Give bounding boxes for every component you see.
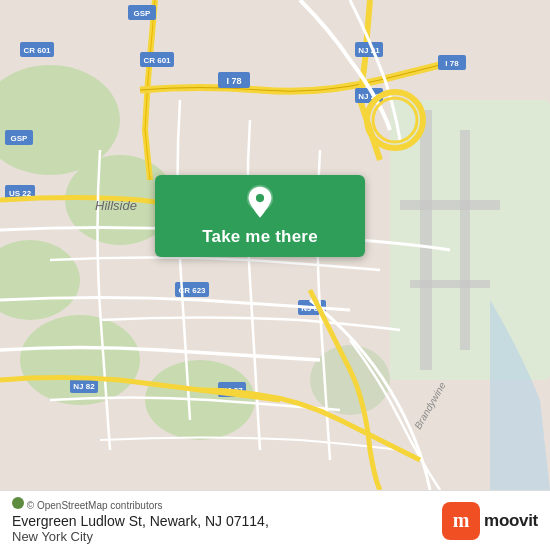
svg-text:NJ 21: NJ 21 (358, 46, 380, 55)
map-pin-icon (242, 185, 278, 221)
osm-attribution-text: © OpenStreetMap contributors (27, 500, 163, 511)
bottom-bar: © OpenStreetMap contributors Evergreen L… (0, 490, 550, 550)
svg-text:GSP: GSP (134, 9, 152, 18)
svg-text:I 78: I 78 (226, 76, 241, 86)
svg-point-44 (256, 194, 264, 202)
svg-rect-11 (410, 280, 490, 288)
address-street: Evergreen Ludlow St, Newark, NJ 07114, (12, 513, 442, 529)
take-me-there-button[interactable]: Take me there (155, 175, 365, 257)
svg-text:GSP: GSP (11, 134, 29, 143)
take-me-there-label: Take me there (202, 227, 318, 247)
moovit-brand-text: moovit (484, 511, 538, 531)
svg-rect-10 (400, 200, 500, 210)
osm-attribution: © OpenStreetMap contributors (12, 497, 442, 511)
svg-text:CR 601: CR 601 (143, 56, 171, 65)
map-container: I 78 NJ 21 NJ 21 CR 601 CR 601 GSP GSP U… (0, 0, 550, 490)
moovit-m-letter: m (453, 509, 470, 532)
svg-text:CR 601: CR 601 (23, 46, 51, 55)
svg-text:NJ 82: NJ 82 (73, 382, 95, 391)
svg-text:I 78: I 78 (445, 59, 459, 68)
moovit-icon: m (442, 502, 480, 540)
osm-circle-icon (12, 497, 24, 509)
address-area: © OpenStreetMap contributors Evergreen L… (12, 497, 442, 544)
svg-rect-9 (460, 130, 470, 350)
svg-text:Hillside: Hillside (95, 198, 137, 213)
address-city: New York City (12, 529, 442, 544)
svg-rect-8 (420, 110, 432, 370)
moovit-logo: m moovit (442, 502, 538, 540)
